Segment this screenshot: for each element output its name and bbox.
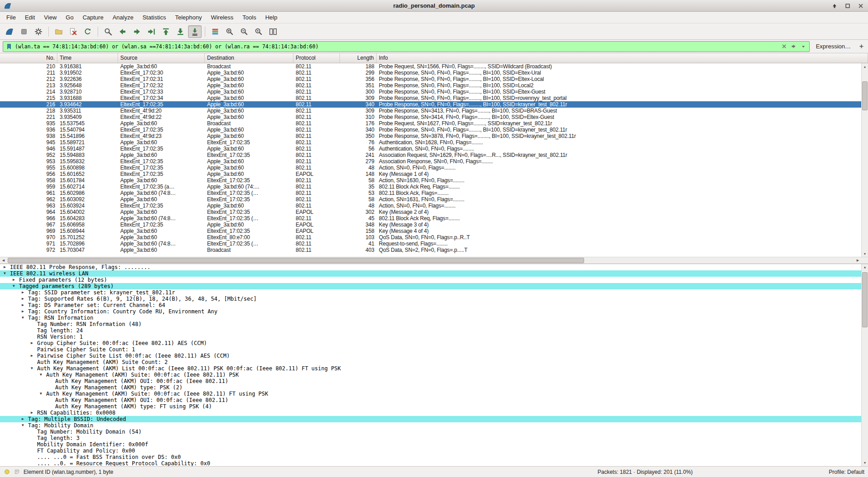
menu-analyze[interactable]: Analyze	[108, 12, 138, 23]
packet-row[interactable]: 2153.931688EltexEnt_17:02:34Apple_3a:bd:…	[0, 95, 868, 101]
apply-filter-icon[interactable]	[790, 43, 797, 50]
expander-icon[interactable]: ▶	[31, 353, 37, 359]
packet-row[interactable]: 96715.606958EltexEnt_17:02:35Apple_3a:bd…	[0, 222, 868, 228]
packet-row[interactable]: 95315.595832EltexEnt_17:02:35Apple_3a:bd…	[0, 158, 868, 165]
open-file-button[interactable]	[52, 25, 66, 38]
go-last-packet-button[interactable]	[174, 25, 187, 38]
detail-row[interactable]: ▼IEEE 802.11 wireless LAN	[0, 270, 868, 277]
packet-row[interactable]: 96415.604002Apple_3a:bd:60EltexEnt_17:02…	[0, 209, 868, 215]
detail-row[interactable]: ▼Tagged parameters (289 bytes)	[0, 283, 868, 289]
filter-bookmark-icon[interactable]	[5, 43, 13, 50]
packet-row[interactable]: 2183.935311EltexEnt_4f:9d:20Apple_3a:bd:…	[0, 108, 868, 114]
packet-row[interactable]: 96215.603092Apple_3a:bd:60EltexEnt_17:02…	[0, 196, 868, 203]
zoom-in-button[interactable]	[223, 25, 236, 38]
hscroll-thumb[interactable]	[8, 258, 584, 263]
vscroll-thumb[interactable]	[862, 272, 868, 327]
detail-row[interactable]: Auth Key Management (AKM) Suite Count: 2	[0, 359, 868, 365]
detail-row[interactable]: FT Capability and Policy: 0x00	[0, 448, 868, 454]
scroll-left-icon[interactable]: ◀	[0, 257, 7, 264]
packet-row[interactable]: 96315.603924EltexEnt_17:02:35Apple_3a:bd…	[0, 203, 868, 209]
capture-options-button[interactable]	[32, 25, 45, 38]
detail-row[interactable]: ▶Tag: Multiple BSSID: Undecoded	[0, 416, 868, 422]
packet-row[interactable]: 2143.928710EltexEnt_17:02:33Apple_3a:bd:…	[0, 89, 868, 95]
packet-list-hscrollbar[interactable]: ◀ ▶	[0, 257, 868, 264]
display-filter-entry[interactable]	[3, 41, 810, 52]
detail-row[interactable]: Tag Number: Mobility Domain (54)	[0, 429, 868, 435]
detail-row[interactable]: ▶Fixed parameters (12 bytes)	[0, 277, 868, 283]
detail-row[interactable]: ▶IEEE 802.11 Probe Response, Flags: ....…	[0, 264, 868, 270]
go-first-packet-button[interactable]	[159, 25, 173, 38]
packet-row[interactable]: 96915.608944Apple_3a:bd:60EltexEnt_17:02…	[0, 228, 868, 234]
detail-row[interactable]: ▼Auth Key Management (AKM) List 00:0f:ac…	[0, 365, 868, 372]
zoom-out-button[interactable]	[237, 25, 251, 38]
start-capture-button[interactable]	[3, 25, 16, 38]
expander-icon[interactable]: ▼	[40, 391, 46, 397]
detail-vscrollbar[interactable]: ▲ ▼	[861, 264, 868, 466]
expander-icon[interactable]: ▼	[31, 365, 37, 372]
expander-icon[interactable]: ▶	[22, 308, 28, 315]
detail-row[interactable]: .... ..0. = Resource Request Protocol Ca…	[0, 460, 868, 466]
zoom-reset-button[interactable]	[252, 25, 265, 38]
expander-icon[interactable]: ▼	[22, 422, 28, 429]
expression-button[interactable]: Expression…	[813, 42, 854, 51]
detail-row[interactable]: ▶Tag: DS Parameter set: Current Channel:…	[0, 302, 868, 308]
detail-row[interactable]: ▶Pairwise Cipher Suite List 00:0f:ac (Ie…	[0, 353, 868, 359]
packet-row[interactable]: 94515.589721Apple_3a:bd:60EltexEnt_17:02…	[0, 139, 868, 146]
expander-icon[interactable]: ▼	[22, 315, 28, 321]
expander-icon[interactable]: ▶	[4, 264, 10, 270]
maximize-icon[interactable]	[844, 2, 851, 9]
scroll-down-icon[interactable]: ▼	[862, 250, 868, 257]
expander-icon[interactable]: ▶	[31, 340, 37, 346]
auto-scroll-button[interactable]	[188, 25, 202, 38]
column-header-source[interactable]: Source	[118, 53, 205, 63]
detail-row[interactable]: RSN Version: 1	[0, 334, 868, 340]
packet-list-vscrollbar[interactable]: ▲ ▼	[861, 63, 868, 257]
scroll-right-icon[interactable]: ▶	[854, 257, 861, 264]
detail-row[interactable]: ▶Tag: SSID parameter set: krayner_test_8…	[0, 289, 868, 296]
menu-capture[interactable]: Capture	[78, 12, 108, 23]
detail-row[interactable]: Auth Key Management (AKM) OUI: 00:0f:ac …	[0, 378, 868, 384]
go-to-packet-button[interactable]	[145, 25, 158, 38]
find-packet-button[interactable]	[101, 25, 115, 38]
detail-row[interactable]: Pairwise Cipher Suite Count: 1	[0, 346, 868, 353]
scroll-up-icon[interactable]: ▲	[862, 264, 868, 270]
detail-row[interactable]: ▶Group Cipher Suite: 00:0f:ac (Ieee 802.…	[0, 340, 868, 346]
detail-row[interactable]: Tag length: 24	[0, 327, 868, 334]
scroll-up-icon[interactable]: ▲	[862, 63, 868, 70]
packet-row[interactable]: 2113.919502EltexEnt_17:02:30Apple_3a:bd:…	[0, 70, 868, 76]
stop-capture-button[interactable]	[17, 25, 31, 38]
detail-row[interactable]: Mobility Domain Identifier: 0x000f	[0, 441, 868, 448]
packet-row[interactable]: 95215.594883Apple_3a:bd:60EltexEnt_17:02…	[0, 152, 868, 158]
packet-row[interactable]: 2133.925648EltexEnt_17:02:32Apple_3a:bd:…	[0, 82, 868, 89]
detail-row[interactable]: Auth Key Management (AKM) type: FT using…	[0, 403, 868, 410]
colorize-button[interactable]	[208, 25, 222, 38]
menu-tools[interactable]: Tools	[238, 12, 260, 23]
go-back-button[interactable]	[116, 25, 129, 38]
reload-button[interactable]	[81, 25, 94, 38]
detail-row[interactable]: Tag Number: RSN Information (48)	[0, 321, 868, 327]
column-header-time[interactable]: Time	[57, 53, 118, 63]
detail-row[interactable]: .... ...0 = Fast BSS Transition over DS:…	[0, 454, 868, 460]
expert-info-icon[interactable]	[4, 469, 10, 475]
packet-row[interactable]: 93815.541896EltexEnt_4f:9d:23Apple_3a:bd…	[0, 133, 868, 139]
packet-row[interactable]: 94615.591487EltexEnt_17:02:35Apple_3a:bd…	[0, 146, 868, 152]
detail-row[interactable]: ▼Auth Key Management (AKM) Suite: 00:0f:…	[0, 391, 868, 397]
packet-row[interactable]: 95515.600898EltexEnt_17:02:35Apple_3a:bd…	[0, 165, 868, 171]
detail-row[interactable]: ▼Tag: RSN Information	[0, 315, 868, 321]
capture-comment-icon[interactable]	[14, 469, 20, 475]
detail-row[interactable]: ▶RSN Capabilities: 0x0008	[0, 410, 868, 416]
menu-help[interactable]: Help	[261, 12, 282, 23]
column-header-destination[interactable]: Destination	[205, 53, 293, 63]
packet-row[interactable]: 97015.701252Apple_3a:bd:60EltexEnt_80:e7…	[0, 234, 868, 241]
expander-icon[interactable]: ▶	[31, 410, 37, 416]
expander-icon[interactable]: ▼	[4, 270, 10, 277]
expander-icon[interactable]: ▶	[22, 289, 28, 296]
resize-columns-button[interactable]	[266, 25, 280, 38]
packet-row[interactable]: 96615.604283Apple_3a:bd:60 (74:8…EltexEn…	[0, 215, 868, 222]
add-filter-icon[interactable]	[857, 43, 865, 51]
menu-file[interactable]: File	[2, 12, 20, 23]
packet-row[interactable]: 2163.934642EltexEnt_17:02:35Apple_3a:bd:…	[0, 101, 868, 108]
expander-icon[interactable]: ▶	[22, 416, 28, 422]
packet-row[interactable]: 93615.540794EltexEnt_17:02:35Apple_3a:bd…	[0, 127, 868, 133]
column-header-no[interactable]: No.	[0, 53, 57, 63]
